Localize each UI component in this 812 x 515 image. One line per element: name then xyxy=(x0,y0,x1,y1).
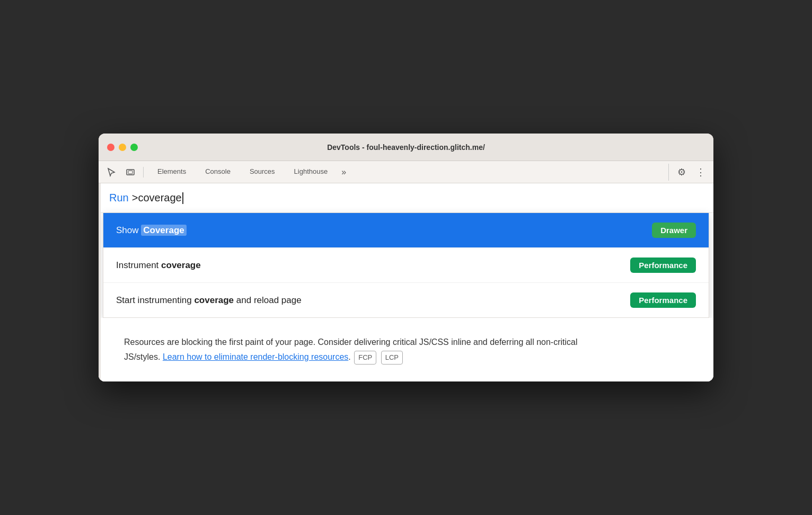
run-label: Run xyxy=(109,192,129,204)
title-bar: DevTools - foul-heavenly-direction.glitc… xyxy=(99,134,713,161)
lcp-pill: LCP xyxy=(381,351,403,365)
settings-icon: ⚙ xyxy=(677,166,686,178)
more-tabs-button[interactable]: » xyxy=(337,161,350,183)
coverage-highlight: Coverage xyxy=(141,225,186,236)
command-bar[interactable]: Run >coverage xyxy=(99,183,713,213)
cursor-icon xyxy=(107,167,116,177)
tab-lighthouse[interactable]: Lighthouse xyxy=(285,161,338,183)
cursor-tool-button[interactable] xyxy=(103,164,120,181)
toolbar-tabs: Elements Console Sources Lighthouse » xyxy=(148,161,666,183)
svg-rect-1 xyxy=(128,171,133,174)
tab-console[interactable]: Console xyxy=(196,161,240,183)
performance-badge-1: Performance xyxy=(630,258,696,273)
toolbar-right: ⚙ ⋮ xyxy=(668,164,709,181)
command-input[interactable]: >coverage xyxy=(132,192,182,204)
dropdown-item-show-coverage[interactable]: Show Coverage Drawer xyxy=(103,213,709,248)
close-button[interactable] xyxy=(107,144,114,151)
window-title: DevTools - foul-heavenly-direction.glitc… xyxy=(327,143,485,152)
device-tool-button[interactable] xyxy=(122,164,139,181)
text-cursor xyxy=(182,192,183,204)
dropdown-item-text-3: Start instrumenting coverage and reload … xyxy=(116,295,302,306)
dropdown-item-instrument-coverage[interactable]: Instrument coverage Performance xyxy=(103,248,709,283)
maximize-button[interactable] xyxy=(130,144,138,151)
minimize-button[interactable] xyxy=(119,144,126,151)
fcp-pill: FCP xyxy=(354,351,376,365)
coverage-bold-2: coverage xyxy=(194,295,234,305)
performance-badge-2: Performance xyxy=(630,292,696,308)
main-content: Run >coverage Show Coverage Drawer Instr… xyxy=(99,183,713,381)
devtools-window: DevTools - foul-heavenly-direction.glitc… xyxy=(99,134,713,381)
menu-icon: ⋮ xyxy=(696,166,705,178)
toolbar-divider-1 xyxy=(143,167,144,177)
device-icon xyxy=(126,167,135,177)
tab-elements[interactable]: Elements xyxy=(148,161,196,183)
body-text-after-link: . xyxy=(348,352,353,361)
dropdown-item-text-2: Instrument coverage xyxy=(116,260,201,271)
left-border xyxy=(99,183,101,381)
menu-button[interactable]: ⋮ xyxy=(692,164,709,181)
traffic-lights xyxy=(107,144,138,151)
tab-sources[interactable]: Sources xyxy=(240,161,285,183)
drawer-badge: Drawer xyxy=(652,223,696,238)
coverage-bold-1: coverage xyxy=(161,260,201,270)
body-paragraph: Resources are blocking the first paint o… xyxy=(124,335,601,364)
body-content: Resources are blocking the first paint o… xyxy=(99,318,713,381)
dropdown-item-start-instrumenting[interactable]: Start instrumenting coverage and reload … xyxy=(103,283,709,317)
settings-button[interactable]: ⚙ xyxy=(673,164,690,181)
learn-more-link[interactable]: Learn how to eliminate render-blocking r… xyxy=(163,352,348,361)
dropdown-item-text: Show Coverage xyxy=(116,225,187,236)
command-dropdown: Show Coverage Drawer Instrument coverage… xyxy=(103,213,709,318)
devtools-toolbar: Elements Console Sources Lighthouse » ⚙ … xyxy=(99,161,713,183)
